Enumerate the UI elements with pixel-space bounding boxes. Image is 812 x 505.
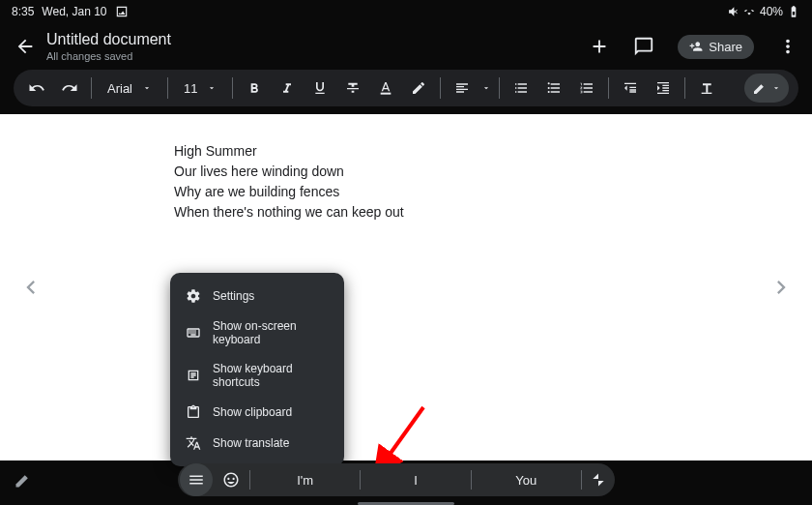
clipboard-icon <box>186 404 201 420</box>
text-line: High Summer <box>174 141 812 162</box>
align-button[interactable] <box>449 74 476 102</box>
document-title: Untitled document <box>46 30 171 48</box>
document-area[interactable]: High Summer Our lives here winding down … <box>0 114 812 460</box>
keyboard-icon <box>186 325 201 341</box>
share-label: Share <box>709 40 742 54</box>
suggestion-2[interactable]: I <box>361 473 470 488</box>
popup-label: Show translate <box>213 436 289 450</box>
redo-button[interactable] <box>56 74 83 102</box>
font-size-select[interactable]: 11 <box>176 81 224 96</box>
more-vertical-icon[interactable] <box>777 36 798 57</box>
numbered-list-button[interactable] <box>573 74 600 102</box>
document-page[interactable]: High Summer Our lives here winding down … <box>0 114 812 460</box>
keyboard-bar: I'm I You <box>0 462 812 497</box>
share-button[interactable]: Share <box>678 35 754 59</box>
edit-pencil-icon[interactable] <box>14 470 33 490</box>
text-line: When there's nothing we can keep out <box>174 202 812 223</box>
popup-item-shortcuts[interactable]: Show keyboard shortcuts <box>170 354 344 397</box>
font-family-select[interactable]: Arial <box>100 81 160 96</box>
strikethrough-button[interactable] <box>339 74 366 102</box>
text-line: Why are we building fences <box>174 182 812 202</box>
chevron-down-icon <box>142 83 152 93</box>
translate-icon <box>186 435 201 451</box>
gear-icon <box>186 288 201 304</box>
previous-page-button[interactable] <box>17 274 44 301</box>
emoji-button[interactable] <box>213 463 249 496</box>
bullet-list-button[interactable] <box>540 74 567 102</box>
highlight-button[interactable] <box>405 74 432 102</box>
status-bar: 8:35 Wed, Jan 10 40% <box>0 0 812 23</box>
popup-label: Settings <box>213 289 254 303</box>
suggestion-pill: I'm I You <box>178 463 615 496</box>
svg-rect-1 <box>702 93 712 94</box>
list-icon <box>186 368 201 383</box>
popup-item-show-keyboard[interactable]: Show on-screen keyboard <box>170 312 344 354</box>
suggestion-1[interactable]: I'm <box>250 473 360 488</box>
battery-icon <box>787 5 800 18</box>
font-size-label: 11 <box>184 81 197 96</box>
wifi-icon <box>742 5 756 18</box>
comment-icon[interactable] <box>633 36 654 57</box>
popup-item-translate[interactable]: Show translate <box>170 428 344 459</box>
checklist-button[interactable] <box>508 74 535 102</box>
chevron-down-icon <box>771 83 781 93</box>
indent-decrease-button[interactable] <box>617 74 644 102</box>
save-status: All changes saved <box>46 50 171 63</box>
text-color-button[interactable] <box>372 74 399 102</box>
suggestion-3[interactable]: You <box>472 473 581 488</box>
volume-mute-icon <box>725 5 739 18</box>
status-time: 8:35 <box>12 5 34 18</box>
plus-icon[interactable] <box>589 36 610 57</box>
status-date: Wed, Jan 10 <box>42 5 106 18</box>
svg-rect-0 <box>381 93 392 95</box>
popup-label: Show on-screen keyboard <box>213 319 329 346</box>
underline-button[interactable] <box>306 74 334 102</box>
popup-label: Show keyboard shortcuts <box>213 362 329 389</box>
pen-mode-button[interactable] <box>744 74 789 103</box>
font-name-label: Arial <box>107 81 132 96</box>
chevron-down-icon <box>207 83 217 93</box>
indent-increase-button[interactable] <box>650 74 677 102</box>
status-battery-text: 40% <box>760 5 783 18</box>
popup-label: Show clipboard <box>213 405 292 419</box>
undo-button[interactable] <box>23 74 50 102</box>
italic-button[interactable] <box>274 74 301 102</box>
popup-item-clipboard[interactable]: Show clipboard <box>170 397 344 428</box>
back-button[interactable] <box>14 35 37 58</box>
popup-item-settings[interactable]: Settings <box>170 281 344 312</box>
chevron-down-icon[interactable] <box>481 83 491 93</box>
bold-button[interactable] <box>241 74 268 102</box>
keyboard-options-popup: Settings Show on-screen keyboard Show ke… <box>170 273 344 466</box>
clear-format-button[interactable] <box>693 74 720 102</box>
app-header: Untitled document All changes saved Shar… <box>0 23 812 70</box>
keyboard-menu-button[interactable] <box>180 463 213 496</box>
text-line: Our lives here winding down <box>174 162 812 182</box>
picture-icon <box>115 5 129 18</box>
pen-icon <box>752 80 768 96</box>
format-toolbar: Arial 11 <box>14 70 798 106</box>
title-area[interactable]: Untitled document All changes saved <box>46 30 171 63</box>
person-add-icon <box>689 40 703 53</box>
next-page-button[interactable] <box>768 274 795 301</box>
collapse-keyboard-button[interactable] <box>582 472 615 488</box>
